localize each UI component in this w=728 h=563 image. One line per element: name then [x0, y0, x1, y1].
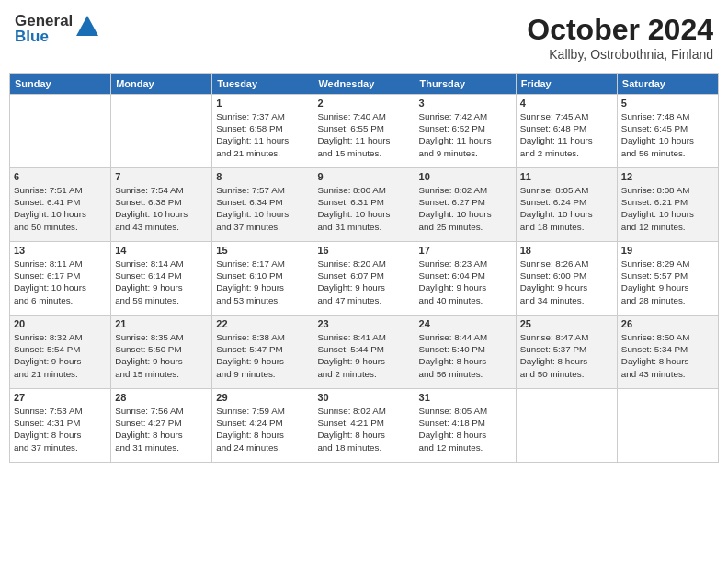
day-number: 3	[419, 98, 512, 109]
calendar-cell: 21Sunrise: 8:35 AM Sunset: 5:50 PM Dayli…	[111, 316, 212, 389]
day-info: Sunrise: 8:41 AM Sunset: 5:44 PM Dayligh…	[317, 331, 410, 380]
calendar-cell: 15Sunrise: 8:17 AM Sunset: 6:10 PM Dayli…	[212, 242, 313, 316]
day-number: 22	[216, 318, 309, 329]
calendar-cell: 29Sunrise: 7:59 AM Sunset: 4:24 PM Dayli…	[212, 389, 313, 463]
day-number: 27	[14, 392, 107, 403]
calendar-cell	[111, 95, 212, 168]
day-number: 12	[621, 171, 714, 182]
day-number: 14	[115, 245, 208, 256]
page-subtitle: Kallby, Ostrobothnia, Finland	[527, 47, 713, 62]
day-number: 8	[216, 171, 309, 182]
day-info: Sunrise: 8:32 AM Sunset: 5:54 PM Dayligh…	[14, 331, 107, 380]
logo-general: General	[15, 13, 73, 29]
logo-icon	[74, 14, 100, 40]
day-number: 23	[317, 318, 410, 329]
day-number: 5	[621, 98, 714, 109]
weekday-header-monday: Monday	[111, 74, 212, 95]
svg-marker-0	[76, 16, 98, 36]
calendar-cell: 24Sunrise: 8:44 AM Sunset: 5:40 PM Dayli…	[415, 316, 516, 389]
calendar-body: 1Sunrise: 7:37 AM Sunset: 6:58 PM Daylig…	[10, 95, 719, 463]
calendar-cell: 10Sunrise: 8:02 AM Sunset: 6:27 PM Dayli…	[415, 168, 516, 242]
day-info: Sunrise: 8:44 AM Sunset: 5:40 PM Dayligh…	[419, 331, 512, 380]
weekday-header-tuesday: Tuesday	[212, 74, 313, 95]
day-number: 4	[520, 98, 613, 109]
day-info: Sunrise: 8:02 AM Sunset: 6:27 PM Dayligh…	[419, 184, 512, 233]
day-info: Sunrise: 8:11 AM Sunset: 6:17 PM Dayligh…	[14, 258, 107, 306]
calendar-cell: 22Sunrise: 8:38 AM Sunset: 5:47 PM Dayli…	[212, 316, 313, 389]
calendar-cell: 3Sunrise: 7:42 AM Sunset: 6:52 PM Daylig…	[415, 95, 516, 168]
day-info: Sunrise: 7:37 AM Sunset: 6:58 PM Dayligh…	[216, 110, 309, 159]
day-info: Sunrise: 8:50 AM Sunset: 5:34 PM Dayligh…	[621, 331, 714, 380]
day-number: 15	[216, 245, 309, 256]
day-info: Sunrise: 7:57 AM Sunset: 6:34 PM Dayligh…	[216, 184, 309, 233]
logo: General Blue	[15, 13, 100, 44]
day-number: 6	[14, 171, 107, 182]
calendar-week-4: 27Sunrise: 7:53 AM Sunset: 4:31 PM Dayli…	[10, 389, 719, 463]
day-info: Sunrise: 8:29 AM Sunset: 5:57 PM Dayligh…	[621, 258, 714, 306]
day-info: Sunrise: 7:51 AM Sunset: 6:41 PM Dayligh…	[14, 184, 107, 233]
day-number: 1	[216, 98, 309, 109]
calendar-cell: 1Sunrise: 7:37 AM Sunset: 6:58 PM Daylig…	[212, 95, 313, 168]
calendar-cell: 25Sunrise: 8:47 AM Sunset: 5:37 PM Dayli…	[516, 316, 617, 389]
day-number: 18	[520, 245, 613, 256]
calendar-week-3: 20Sunrise: 8:32 AM Sunset: 5:54 PM Dayli…	[10, 316, 719, 389]
day-info: Sunrise: 7:56 AM Sunset: 4:27 PM Dayligh…	[115, 405, 208, 454]
calendar-cell: 17Sunrise: 8:23 AM Sunset: 6:04 PM Dayli…	[415, 242, 516, 316]
calendar-cell: 20Sunrise: 8:32 AM Sunset: 5:54 PM Dayli…	[10, 316, 111, 389]
day-info: Sunrise: 8:05 AM Sunset: 6:24 PM Dayligh…	[520, 184, 613, 233]
calendar-cell: 28Sunrise: 7:56 AM Sunset: 4:27 PM Dayli…	[111, 389, 212, 463]
logo-blue: Blue	[15, 29, 73, 44]
calendar-cell: 11Sunrise: 8:05 AM Sunset: 6:24 PM Dayli…	[516, 168, 617, 242]
calendar-cell: 30Sunrise: 8:02 AM Sunset: 4:21 PM Dayli…	[313, 389, 415, 463]
day-number: 9	[317, 171, 410, 182]
calendar-cell: 16Sunrise: 8:20 AM Sunset: 6:07 PM Dayli…	[313, 242, 415, 316]
calendar-cell	[10, 95, 111, 168]
day-number: 21	[115, 318, 208, 329]
calendar-cell: 27Sunrise: 7:53 AM Sunset: 4:31 PM Dayli…	[10, 389, 111, 463]
day-info: Sunrise: 8:23 AM Sunset: 6:04 PM Dayligh…	[419, 258, 512, 306]
day-info: Sunrise: 8:47 AM Sunset: 5:37 PM Dayligh…	[520, 331, 613, 380]
day-number: 13	[14, 245, 107, 256]
day-info: Sunrise: 8:26 AM Sunset: 6:00 PM Dayligh…	[520, 258, 613, 306]
calendar-cell: 23Sunrise: 8:41 AM Sunset: 5:44 PM Dayli…	[313, 316, 415, 389]
day-number: 2	[317, 98, 410, 109]
day-number: 30	[317, 392, 410, 403]
calendar-header-row: SundayMondayTuesdayWednesdayThursdayFrid…	[10, 74, 719, 95]
calendar-table: SundayMondayTuesdayWednesdayThursdayFrid…	[9, 73, 719, 463]
calendar-week-0: 1Sunrise: 7:37 AM Sunset: 6:58 PM Daylig…	[10, 95, 719, 168]
calendar-week-2: 13Sunrise: 8:11 AM Sunset: 6:17 PM Dayli…	[10, 242, 719, 316]
calendar-cell: 4Sunrise: 7:45 AM Sunset: 6:48 PM Daylig…	[516, 95, 617, 168]
calendar-cell: 9Sunrise: 8:00 AM Sunset: 6:31 PM Daylig…	[313, 168, 415, 242]
calendar-cell: 31Sunrise: 8:05 AM Sunset: 4:18 PM Dayli…	[415, 389, 516, 463]
day-number: 24	[419, 318, 512, 329]
weekday-header-sunday: Sunday	[10, 74, 111, 95]
calendar-cell: 6Sunrise: 7:51 AM Sunset: 6:41 PM Daylig…	[10, 168, 111, 242]
day-info: Sunrise: 7:48 AM Sunset: 6:45 PM Dayligh…	[621, 110, 714, 159]
calendar-cell: 8Sunrise: 7:57 AM Sunset: 6:34 PM Daylig…	[212, 168, 313, 242]
weekday-header-thursday: Thursday	[415, 74, 516, 95]
title-block: October 2024 Kallby, Ostrobothnia, Finla…	[527, 13, 713, 62]
day-info: Sunrise: 8:00 AM Sunset: 6:31 PM Dayligh…	[317, 184, 410, 233]
day-number: 11	[520, 171, 613, 182]
day-info: Sunrise: 7:53 AM Sunset: 4:31 PM Dayligh…	[14, 405, 107, 454]
day-info: Sunrise: 7:42 AM Sunset: 6:52 PM Dayligh…	[419, 110, 512, 159]
calendar-cell: 14Sunrise: 8:14 AM Sunset: 6:14 PM Dayli…	[111, 242, 212, 316]
weekday-header-wednesday: Wednesday	[313, 74, 415, 95]
day-number: 17	[419, 245, 512, 256]
day-info: Sunrise: 8:17 AM Sunset: 6:10 PM Dayligh…	[216, 258, 309, 306]
day-info: Sunrise: 8:08 AM Sunset: 6:21 PM Dayligh…	[621, 184, 714, 233]
day-number: 31	[419, 392, 512, 403]
calendar-week-1: 6Sunrise: 7:51 AM Sunset: 6:41 PM Daylig…	[10, 168, 719, 242]
day-number: 10	[419, 171, 512, 182]
calendar-cell	[617, 389, 718, 463]
day-number: 29	[216, 392, 309, 403]
day-number: 28	[115, 392, 208, 403]
day-info: Sunrise: 7:45 AM Sunset: 6:48 PM Dayligh…	[520, 110, 613, 159]
calendar-cell: 2Sunrise: 7:40 AM Sunset: 6:55 PM Daylig…	[313, 95, 415, 168]
calendar-cell: 26Sunrise: 8:50 AM Sunset: 5:34 PM Dayli…	[617, 316, 718, 389]
day-number: 16	[317, 245, 410, 256]
day-info: Sunrise: 7:59 AM Sunset: 4:24 PM Dayligh…	[216, 405, 309, 454]
weekday-header-saturday: Saturday	[617, 74, 718, 95]
day-number: 20	[14, 318, 107, 329]
day-info: Sunrise: 8:05 AM Sunset: 4:18 PM Dayligh…	[419, 405, 512, 454]
